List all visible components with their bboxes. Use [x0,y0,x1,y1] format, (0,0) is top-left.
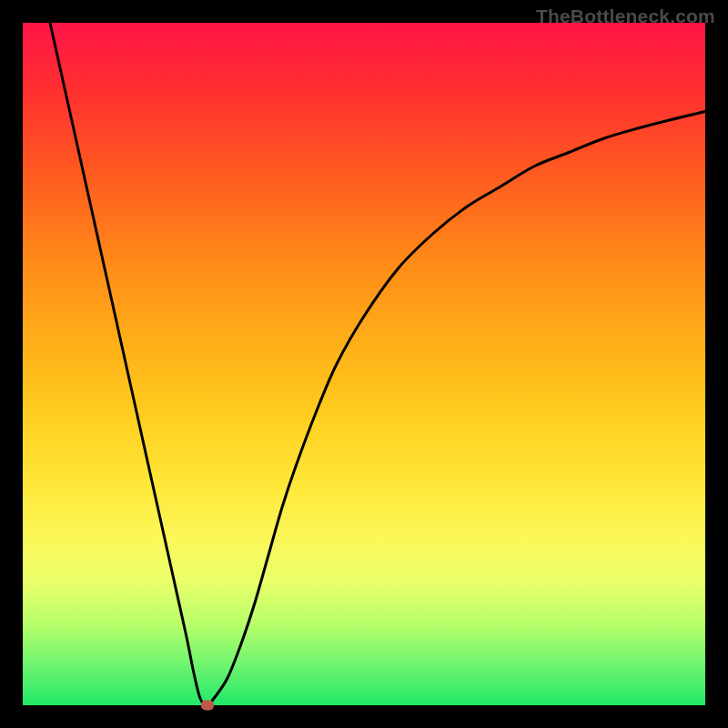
watermark-text: TheBottleneck.com [536,5,715,27]
minimum-marker [201,701,214,711]
bottleneck-curve [23,23,705,705]
plot-area [23,23,705,705]
chart-frame: TheBottleneck.com [0,0,728,728]
